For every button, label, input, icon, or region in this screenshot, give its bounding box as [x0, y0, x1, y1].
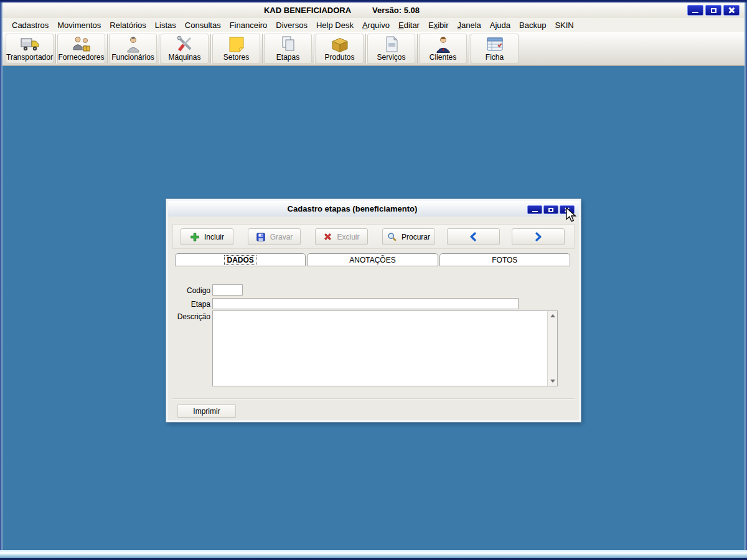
- menu-cadastros[interactable]: Cadastros: [7, 19, 53, 31]
- procurar-button[interactable]: Procurar: [382, 228, 435, 245]
- etapa-input[interactable]: [212, 298, 519, 309]
- dialog-maximize-button[interactable]: [543, 205, 558, 214]
- dialog-close-button[interactable]: [560, 205, 575, 214]
- dialog-action-bar: Incluir Gravar Excluir: [172, 224, 575, 249]
- menu-help-desk[interactable]: Help Desk: [312, 19, 358, 31]
- codigo-label: Codigo: [166, 286, 210, 295]
- menu-exibir[interactable]: Exibir: [424, 19, 453, 31]
- toolbar-separator: [55, 34, 56, 63]
- toolbar-setores-button[interactable]: Setores: [212, 34, 260, 63]
- toolbar-servicos-button[interactable]: Serviços: [367, 34, 415, 63]
- toolbar-label: Transportador: [6, 54, 53, 62]
- tab-label: FOTOS: [492, 256, 517, 264]
- menu-relatorios[interactable]: Relatórios: [105, 19, 151, 31]
- toolbar-label: Fornecedores: [58, 54, 104, 62]
- menu-movimentos[interactable]: Movimentos: [53, 19, 105, 31]
- dialog-title: Cadastro etapas (beneficiamento): [288, 204, 460, 213]
- descricao-textarea[interactable]: [212, 310, 558, 386]
- main-titlebar[interactable]: KAD BENEFICIADORAVersão: 5.08: [2, 2, 745, 18]
- employee-person-icon: [123, 35, 143, 53]
- toolbar-produtos-button[interactable]: Produtos: [316, 34, 364, 63]
- menu-editar[interactable]: Editar: [394, 19, 424, 31]
- toolbar-separator: [210, 34, 211, 63]
- menu-janela[interactable]: Janela: [453, 19, 485, 31]
- dialog-bottom-separator: [172, 398, 575, 399]
- etapa-label: Etapa: [166, 300, 210, 309]
- cadastro-etapas-dialog: Cadastro etapas (beneficiamento) Incluir: [166, 199, 581, 422]
- previous-record-button[interactable]: [447, 228, 500, 245]
- menu-arquivo[interactable]: Arquivo: [358, 19, 394, 31]
- toolbar-label: Setores: [223, 54, 249, 62]
- toolbar-label: Clientes: [430, 54, 456, 62]
- codigo-input[interactable]: [212, 284, 243, 296]
- toolbar-funcionarios-button[interactable]: Funcionários: [109, 34, 157, 63]
- incluir-button[interactable]: Incluir: [181, 228, 233, 245]
- dialog-tabstrip: DADOS ANOTAÇÕES FOTOS: [175, 253, 570, 266]
- sticky-note-icon: [227, 35, 247, 53]
- window-controls: [687, 5, 740, 16]
- menu-backup[interactable]: Backup: [515, 19, 550, 31]
- chevron-right-icon: [533, 232, 543, 241]
- toolbar-transportador-button[interactable]: Transportador: [6, 34, 54, 63]
- menu-financeiro[interactable]: Financeiro: [225, 19, 272, 31]
- scroll-down-icon[interactable]: [548, 376, 558, 386]
- pages-icon: [278, 35, 298, 53]
- toolbar-ficha-button[interactable]: Ficha: [471, 34, 519, 63]
- magnifier-icon: [387, 232, 397, 242]
- record-card-icon: [485, 35, 505, 53]
- tab-fotos[interactable]: FOTOS: [439, 253, 570, 266]
- scroll-up-icon[interactable]: [548, 311, 558, 320]
- dialog-titlebar[interactable]: Cadastro etapas (beneficiamento): [168, 201, 579, 217]
- red-x-icon: [323, 232, 332, 241]
- menu-consultas[interactable]: Consultas: [181, 19, 225, 31]
- tab-label: ANOTAÇÕES: [349, 256, 395, 264]
- toolbar-separator: [469, 34, 469, 63]
- menu-listas[interactable]: Listas: [151, 19, 181, 31]
- toolbar-label: Serviços: [377, 54, 405, 62]
- menu-ajuda[interactable]: Ajuda: [486, 19, 515, 31]
- minimize-button[interactable]: [687, 5, 703, 16]
- box-icon: [330, 35, 350, 53]
- close-button[interactable]: [723, 5, 740, 16]
- mdi-client-area: Cadastro etapas (beneficiamento) Incluir: [2, 67, 745, 550]
- chevron-left-icon: [469, 232, 478, 241]
- gravar-button[interactable]: Gravar: [248, 228, 301, 245]
- descricao-scrollbar[interactable]: [547, 311, 557, 386]
- toolbar-maquinas-button[interactable]: Máquinas: [161, 34, 209, 63]
- toolbar-separator: [107, 34, 108, 63]
- maximize-icon: [548, 208, 553, 212]
- plus-icon: [190, 232, 200, 242]
- imprimir-button[interactable]: Imprimir: [177, 404, 236, 418]
- maximize-button[interactable]: [705, 5, 721, 16]
- toolbar-label: Produtos: [324, 54, 354, 62]
- main-toolbar: Transportador Fornecedores Funcionários: [2, 32, 745, 66]
- dialog-minimize-button[interactable]: [527, 205, 542, 214]
- toolbar-fornecedores-button[interactable]: Fornecedores: [57, 34, 105, 63]
- toolbar-label: Ficha: [486, 54, 504, 62]
- minimize-icon: [692, 12, 698, 13]
- toolbar-label: Máquinas: [168, 54, 200, 62]
- window-bottom-strip: [0, 550, 747, 558]
- toolbar-etapas-button[interactable]: Etapas: [264, 34, 312, 63]
- descricao-label: Descrição: [166, 312, 210, 321]
- minimize-icon: [532, 211, 538, 212]
- menu-skin[interactable]: SKIN: [550, 19, 578, 31]
- app-window: KAD BENEFICIADORAVersão: 5.08 Cadastros …: [0, 0, 747, 560]
- tab-anotacoes[interactable]: ANOTAÇÕES: [307, 253, 438, 266]
- toolbar-label: Funcionários: [111, 54, 154, 62]
- procurar-label: Procurar: [402, 233, 430, 241]
- document-icon: [382, 35, 402, 53]
- floppy-icon: [256, 232, 266, 242]
- window-border-right: [745, 2, 747, 550]
- version-label: Versão: 5.08: [372, 6, 420, 15]
- next-record-button[interactable]: [512, 228, 565, 245]
- tab-dados[interactable]: DADOS: [175, 253, 306, 266]
- toolbar-separator: [365, 34, 366, 63]
- tools-icon: [175, 35, 195, 53]
- incluir-label: Incluir: [204, 233, 224, 241]
- truck-icon: [20, 35, 40, 53]
- excluir-button[interactable]: Excluir: [315, 228, 368, 245]
- menu-diversos[interactable]: Diversos: [271, 19, 312, 31]
- toolbar-clientes-button[interactable]: Clientes: [419, 34, 467, 63]
- imprimir-label: Imprimir: [193, 407, 220, 416]
